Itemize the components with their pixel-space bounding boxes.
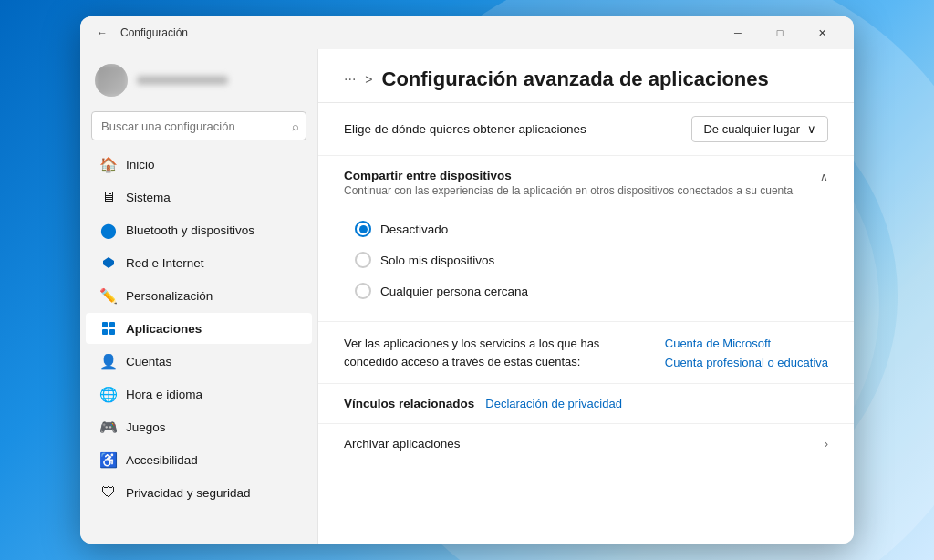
- access-text: Ver las aplicaciones y los servicios a l…: [344, 335, 647, 370]
- games-icon: 🎮: [100, 419, 117, 435]
- search-input[interactable]: [91, 111, 306, 140]
- access-section: Ver las aplicaciones y los servicios a l…: [318, 322, 854, 384]
- share-section-header[interactable]: Compartir entre dispositivos Continuar c…: [318, 156, 854, 210]
- breadcrumb-dots[interactable]: ···: [344, 71, 356, 88]
- sidebar-item-label: Privacidad y seguridad: [126, 486, 251, 500]
- title-bar: ← Configuración ─ □ ✕: [80, 16, 854, 49]
- sidebar-item-accesibilidad[interactable]: ♿ Accesibilidad: [86, 444, 312, 475]
- source-label: Elige de dónde quieres obtener aplicacio…: [344, 122, 586, 136]
- window-title: Configuración: [120, 26, 188, 39]
- close-button[interactable]: ✕: [801, 18, 843, 47]
- radio-circle-solo-mis: [355, 252, 371, 268]
- search-icon: ⌕: [292, 119, 299, 133]
- sidebar-item-inicio[interactable]: 🏠 Inicio: [86, 149, 312, 180]
- personalization-icon: ✏️: [100, 287, 117, 304]
- home-icon: 🏠: [100, 156, 117, 172]
- sidebar-item-label: Red e Internet: [126, 256, 204, 270]
- content-header: ··· > Configuración avanzada de aplicaci…: [318, 49, 854, 103]
- radio-label-solo-mis: Solo mis dispositivos: [380, 254, 494, 267]
- radio-label-desactivado: Desactivado: [380, 223, 448, 236]
- minimize-button[interactable]: ─: [717, 18, 759, 47]
- accounts-icon: 👤: [100, 353, 117, 369]
- microsoft-account-link[interactable]: Cuenta de Microsoft: [665, 337, 828, 350]
- archive-label: Archivar aplicaciones: [344, 437, 461, 451]
- sidebar-item-label: Bluetooth y dispositivos: [126, 223, 254, 237]
- radio-circle-cualquier-persona: [355, 283, 371, 299]
- settings-window: ← Configuración ─ □ ✕ ⌕ 🏠 In: [80, 16, 854, 544]
- share-section: Compartir entre dispositivos Continuar c…: [318, 156, 854, 322]
- sidebar-item-red[interactable]: Red e Internet: [86, 247, 312, 278]
- sidebar-item-label: Aplicaciones: [126, 322, 202, 336]
- privacy-icon: 🛡: [100, 484, 117, 501]
- svg-rect-3: [109, 329, 115, 335]
- radio-label-cualquier-persona: Cualquier persona cercana: [380, 285, 528, 298]
- sidebar-item-label: Inicio: [126, 158, 155, 171]
- vinculos-label: Vínculos relacionados: [344, 397, 474, 410]
- sidebar-item-privacidad[interactable]: 🛡 Privacidad y seguridad: [86, 477, 312, 508]
- sidebar-item-juegos[interactable]: 🎮 Juegos: [86, 411, 312, 442]
- sidebar-item-label: Personalización: [126, 289, 213, 303]
- bluetooth-icon: ⬤: [100, 222, 117, 238]
- main-content: ··· > Configuración avanzada de aplicaci…: [317, 49, 854, 544]
- window-controls: ─ □ ✕: [717, 18, 843, 47]
- network-icon: [100, 254, 117, 271]
- search-box: ⌕: [91, 111, 306, 140]
- chevron-up-icon: ∧: [820, 171, 828, 183]
- back-button[interactable]: ←: [91, 22, 113, 44]
- avatar: [95, 64, 128, 97]
- sidebar: ⌕ 🏠 Inicio 🖥 Sistema ⬤ Bluetooth y dispo…: [80, 49, 317, 544]
- share-section-subtitle: Continuar con las experiencias de la apl…: [344, 184, 793, 197]
- user-name: [137, 76, 228, 85]
- system-icon: 🖥: [100, 189, 117, 205]
- sidebar-item-personalizacion[interactable]: ✏️ Personalización: [86, 280, 312, 311]
- sidebar-item-label: Hora e idioma: [126, 388, 202, 401]
- sidebar-item-label: Cuentas: [126, 355, 171, 368]
- svg-rect-0: [102, 322, 108, 327]
- apps-icon: [100, 320, 117, 337]
- access-links: Cuenta de Microsoft Cuenta profesional o…: [665, 335, 828, 370]
- source-dropdown-value: De cualquier lugar: [703, 122, 800, 136]
- sidebar-item-bluetooth[interactable]: ⬤ Bluetooth y dispositivos: [86, 214, 312, 245]
- privacy-declaration-link[interactable]: Declaración de privacidad: [485, 397, 622, 410]
- vinculos-section: Vínculos relacionados Declaración de pri…: [318, 384, 854, 424]
- content-body: Elige de dónde quieres obtener aplicacio…: [318, 103, 854, 463]
- sidebar-item-label: Accesibilidad: [126, 453, 198, 467]
- radio-cualquier-persona[interactable]: Cualquier persona cercana: [355, 275, 828, 306]
- chevron-down-icon: ∨: [807, 122, 816, 136]
- share-section-title: Compartir entre dispositivos: [344, 169, 793, 182]
- source-setting-row: Elige de dónde quieres obtener aplicacio…: [318, 103, 854, 156]
- sidebar-item-cuentas[interactable]: 👤 Cuentas: [86, 346, 312, 377]
- svg-rect-2: [102, 329, 108, 335]
- time-icon: 🌐: [100, 386, 117, 402]
- radio-desactivado[interactable]: Desactivado: [355, 213, 828, 244]
- title-bar-left: ← Configuración: [91, 22, 188, 44]
- sidebar-item-hora[interactable]: 🌐 Hora e idioma: [86, 379, 312, 410]
- work-account-link[interactable]: Cuenta profesional o educativa: [665, 356, 828, 369]
- sidebar-item-label: Sistema: [126, 191, 171, 204]
- svg-rect-1: [109, 322, 115, 327]
- maximize-button[interactable]: □: [759, 18, 801, 47]
- radio-circle-desactivado: [355, 221, 371, 237]
- archive-section[interactable]: Archivar aplicaciones ›: [318, 424, 854, 463]
- radio-solo-mis[interactable]: Solo mis dispositivos: [355, 244, 828, 275]
- user-section: [80, 57, 317, 108]
- sidebar-item-sistema[interactable]: 🖥 Sistema: [86, 181, 312, 213]
- accessibility-icon: ♿: [100, 451, 117, 468]
- sidebar-item-aplicaciones[interactable]: Aplicaciones: [86, 313, 312, 344]
- page-title: Configuración avanzada de aplicaciones: [382, 67, 769, 91]
- sidebar-item-label: Juegos: [126, 420, 166, 434]
- chevron-right-icon: ›: [825, 437, 828, 451]
- share-section-content: Desactivado Solo mis dispositivos Cualqu…: [318, 210, 854, 321]
- source-dropdown[interactable]: De cualquier lugar ∨: [691, 116, 828, 142]
- breadcrumb-chevron-icon: >: [365, 72, 372, 87]
- window-body: ⌕ 🏠 Inicio 🖥 Sistema ⬤ Bluetooth y dispo…: [80, 49, 854, 544]
